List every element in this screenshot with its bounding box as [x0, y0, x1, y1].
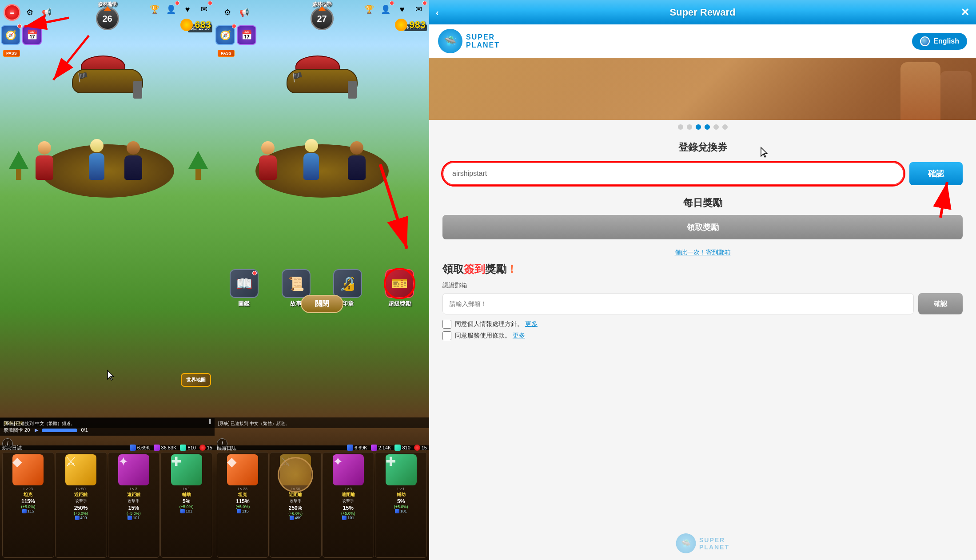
trophy-icon-1[interactable]: 🏆 [147, 2, 162, 16]
gear-icon-1[interactable]: ⚙ [23, 5, 37, 20]
char-head-3 [127, 141, 140, 155]
compass-wrap-1: 🧭 [1, 25, 20, 45]
hero-level-2: Lv.50 [76, 487, 85, 491]
codex-icon: 📖 [230, 269, 259, 298]
checkbox-terms[interactable] [442, 331, 451, 340]
hero-level-4: Lv.1 [183, 487, 190, 491]
hero-symbol-p2-1: ◆ [227, 455, 237, 469]
hero-class-p2-4: 輔助 [397, 492, 406, 498]
hero-class-2: 近距離 [74, 492, 88, 498]
language-button[interactable]: English [912, 33, 967, 50]
brand-super-text: SUPER [466, 33, 500, 41]
nav-btn-super-reward[interactable]: 🎫 超級獎勵 [385, 269, 414, 308]
close-button-panel2[interactable]: 關閉 [301, 295, 343, 313]
level-circle-1: 26 [96, 7, 119, 30]
dot-5[interactable] [713, 124, 719, 130]
panel-3: ‹ Super Reward ✕ 🛸 SUPER PLANET English [429, 0, 976, 560]
pass-badge-1[interactable]: PASS [3, 50, 20, 57]
claim-reward-button[interactable]: 領取獎勵 [442, 215, 963, 239]
notif-dot-p2-1 [390, 1, 394, 5]
gem-tiny-3 [127, 516, 132, 520]
compass-icon-2[interactable]: 🧭 [215, 25, 235, 45]
hero-class-1: 坦克 [24, 492, 32, 498]
dot-3-active[interactable] [696, 124, 701, 130]
menu-button-1[interactable]: ≡ [4, 4, 20, 21]
info-button-2[interactable]: i [217, 438, 227, 449]
checkbox-privacy-label: 同意個人情報處理方針。 更多 [455, 320, 538, 328]
hero-band [429, 58, 976, 120]
redeem-confirm-button[interactable]: 確認 [909, 162, 963, 185]
brand-bar: 🛸 SUPER PLANET English [429, 24, 976, 58]
airship-1: 🏴 [68, 56, 147, 100]
email-input[interactable] [442, 293, 914, 314]
checkin-title: 領取簽到獎勵！ [442, 262, 963, 276]
dot-1[interactable] [678, 124, 683, 130]
hero-card-p2-2[interactable]: ⚔ Lv.50 近距離 攻擊手 250% (+6.0%) 499 [270, 452, 322, 558]
notif-dot-3 [17, 24, 22, 28]
dot-4-active[interactable] [705, 124, 710, 130]
gem-tiny-4 [180, 509, 185, 513]
airship-flag-2: 🏴 [292, 72, 303, 83]
sys-msg-2: [系統] 已連接到 中文（繁體）頻道。 [215, 417, 429, 428]
dialog-close-button[interactable]: ✕ [960, 7, 969, 18]
notif-dot-p2-2 [422, 1, 427, 5]
bottom-brand: 🛸 SUPER PLANET [676, 533, 729, 553]
dialog-overlay: ‹ Super Reward ✕ 🛸 SUPER PLANET English [429, 0, 976, 560]
dot-2[interactable] [687, 124, 692, 130]
calendar-icon-2[interactable]: 📅 [237, 25, 256, 45]
hero-pct-4: 5% [183, 498, 190, 504]
hero-sub-p2-2: (+6.0%) [288, 511, 303, 516]
hero-pct-2: 250% [74, 505, 88, 511]
red-circle-highlight [384, 268, 415, 299]
hero-class-p2-1: 坦克 [238, 492, 247, 498]
compass-icon-1[interactable]: 🧭 [1, 25, 20, 45]
game-scene-2: 🏴 [215, 47, 429, 207]
story-label: 故事 [290, 300, 302, 308]
char-body-p2-3 [348, 155, 366, 180]
more-link-1[interactable]: 更多 [525, 320, 538, 327]
hero-card-3[interactable]: ✦ Lv.3 遠距離 攻擊手 15% (+5.0%) 101 [108, 452, 160, 558]
hud-icons-2: ⚙ 📢 [220, 5, 251, 20]
character-2 [89, 139, 104, 180]
hero-gem-row-1: 115 [22, 509, 34, 513]
hero-card-1[interactable]: ◆ Lv.23 坦克 115% (+5.0%) 115 [2, 452, 54, 558]
super-reward-icon: 🎫 [385, 269, 414, 298]
dot-6[interactable] [722, 124, 728, 130]
redeem-input[interactable] [442, 162, 904, 185]
hero-card-p2-1[interactable]: ◆ Lv.23 坦克 115% (+5.0%) 115 [217, 452, 269, 558]
mail-wrap: ✉ [197, 2, 211, 16]
email-confirm-button[interactable]: 確認 [918, 293, 963, 314]
trophy-icon-2[interactable]: 🏆 [362, 2, 376, 16]
hero-level-3: Lv.3 [130, 487, 137, 491]
info-button-1[interactable]: i [2, 438, 13, 449]
gear-icon-2[interactable]: ⚙ [220, 5, 235, 20]
more-link-2[interactable]: 更多 [513, 332, 525, 339]
tree-left-1 [9, 151, 28, 180]
char-body-3 [124, 155, 142, 180]
speaker-icon-2[interactable]: 📢 [237, 5, 251, 20]
world-map-button-1[interactable]: 世界地圖 [181, 373, 211, 387]
hero-gem-val-2: 499 [80, 516, 87, 520]
heart-icon-1[interactable]: ♥ [180, 2, 195, 16]
checkin-label-base: 獎勵 [485, 263, 506, 275]
hero-gem-row-p2-3: 101 [342, 516, 354, 520]
airship-body: 🏴 [72, 69, 143, 93]
heart-icon-2[interactable]: ♥ [395, 2, 409, 16]
char-body-2 [89, 153, 104, 180]
hero-card-p2-4[interactable]: ✚ Lv.1 輔助 5% (+5.0%) 101 [375, 452, 427, 558]
speaker-icon-1[interactable]: 📢 [40, 5, 54, 20]
airship-2: 🏴 [282, 56, 362, 100]
checkbox-privacy[interactable] [442, 320, 451, 329]
hero-card-p2-3[interactable]: ✦ Lv.3 遠距離 攻擊手 15% (+5.0%) 101 [323, 452, 374, 558]
calendar-icon-1[interactable]: 📅 [22, 25, 42, 45]
sys-msg-text-2: [系統] 已連接到 中文（繁體）頻道。 [218, 421, 290, 426]
hero-gem-row-p2-2: 499 [290, 516, 302, 520]
once-link[interactable]: 僅此一次！寄到郵箱 [675, 249, 731, 256]
hero-card-2[interactable]: ⚔ Lv.50 近距離 攻擊手 250% (+6.0%) 499 [55, 452, 107, 558]
compass-wrap-2: 🧭 [215, 25, 235, 45]
dialog-back-button[interactable]: ‹ [436, 7, 439, 17]
tree-right-1 [188, 151, 208, 180]
nav-btn-codex[interactable]: 📖 圖鑑 [230, 269, 259, 308]
hero-card-4[interactable]: ✚ Lv.1 輔助 5% (+5.0%) 101 [160, 452, 212, 558]
cursor-1: ▌ [209, 419, 212, 424]
